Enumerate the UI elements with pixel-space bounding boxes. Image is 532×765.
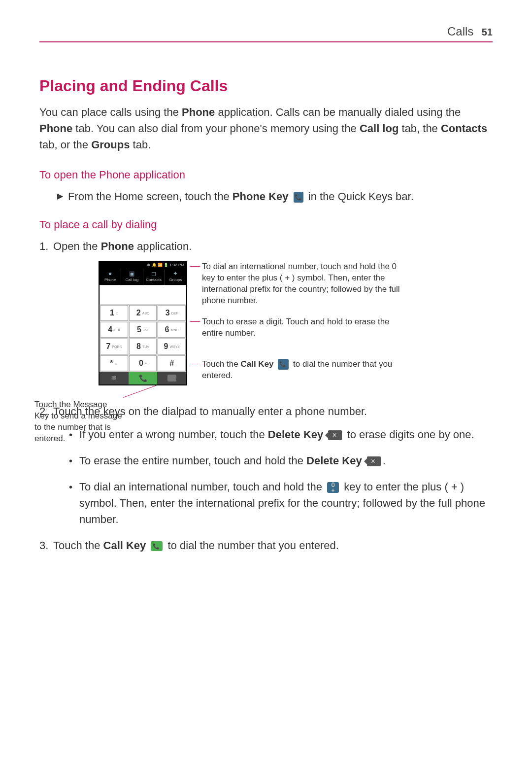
dialpad: 1∞ 2ABC 3DEF 4GHI 5JKL 6MNO 7PQRS 8TUV 9… [100, 305, 186, 372]
phone-key-icon [294, 192, 303, 203]
key-4: 4GHI [100, 322, 128, 338]
subheading-open-phone: To open the Phone application [39, 169, 493, 181]
open-phone-step: ▶ From the Home screen, touch the Phone … [57, 188, 493, 205]
subheading-place-call: To place a call by dialing [39, 218, 493, 231]
delete-key [157, 372, 186, 384]
bullet-dot-icon: • [69, 453, 72, 468]
call-key-icon [151, 541, 163, 551]
page-title: Placing and Ending Calls [39, 77, 493, 95]
phone-screenshot: ⊕ 🔔 📶 🔋 1:32 PM ●Phone ▣Call log ◻Contac… [99, 261, 187, 385]
callout-erase: Touch to erase a digit. Touch and hold t… [202, 316, 409, 339]
tab-contacts: ◻Contacts [143, 269, 165, 285]
intro-paragraph: You can place calls using the Phone appl… [39, 104, 493, 153]
tab-bar: ●Phone ▣Call log ◻Contacts ✦Groups [100, 269, 186, 285]
section-name: Calls [447, 25, 473, 38]
zero-plus-key-icon: 0+ [327, 482, 339, 493]
right-callouts: To dial an international number, touch a… [202, 261, 409, 391]
key-9: 9WXYZ [158, 339, 186, 354]
step-1: 1. Open the Phone application. [39, 238, 493, 254]
bullet-dot-icon: • [69, 480, 72, 494]
key-6: 6MNO [158, 322, 186, 338]
step-3: 3. Touch the Call Key to dial the number… [39, 537, 493, 554]
page-header: Calls 51 [39, 25, 493, 42]
number-display [100, 285, 186, 305]
callout-international: To dial an international number, touch a… [202, 261, 409, 307]
action-row: ✉ 📞 [100, 372, 186, 384]
tab-phone: ●Phone [100, 269, 121, 285]
bullet-erase-all: • To erase the entire number, touch and … [69, 452, 493, 469]
key-2: 2ABC [129, 305, 157, 321]
call-key: 📞 [129, 372, 158, 384]
bullet-international: • To dial an international number, touch… [69, 479, 493, 527]
key-5: 5JKL [129, 322, 157, 338]
key-hash: # [158, 355, 186, 371]
step-2-bullets: • If you enter a wrong number, touch the… [69, 426, 493, 527]
dialer-screenshot-figure: Touch the Message Key to send a message … [99, 261, 493, 391]
delete-key-icon [367, 456, 381, 466]
triangle-bullet-icon: ▶ [57, 190, 63, 202]
tab-call-log: ▣Call log [121, 269, 143, 285]
page-number: 51 [482, 27, 493, 37]
callout-call-key: Touch the Call Key to dial the number th… [202, 359, 409, 382]
key-3: 3DEF [158, 305, 186, 321]
message-key: ✉ [100, 372, 129, 384]
key-8: 8TUV [129, 339, 157, 354]
key-0: 0+ [129, 355, 157, 371]
callout-message-key: Touch the Message Key to send a message … [34, 399, 123, 445]
call-key-icon [278, 359, 289, 370]
key-7: 7PQRS [100, 339, 128, 354]
key-star: *☺ [100, 355, 128, 371]
tab-groups: ✦Groups [165, 269, 186, 285]
delete-key-icon [328, 430, 342, 440]
bullet-wrong-number: • If you enter a wrong number, touch the… [69, 426, 493, 443]
status-bar: ⊕ 🔔 📶 🔋 1:32 PM [100, 262, 186, 269]
key-1: 1∞ [100, 305, 128, 321]
